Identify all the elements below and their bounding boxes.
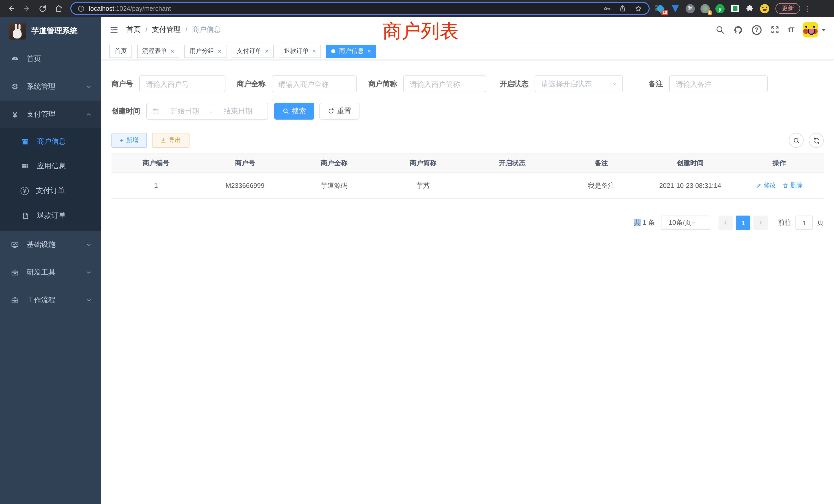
app-logo-row[interactable]: 芋道管理系统 xyxy=(0,17,101,45)
sidebar: 芋道管理系统 首页 ⚙ 系统管理 ¥ 支付 xyxy=(0,17,101,504)
extension-command-icon[interactable]: ⌘ xyxy=(686,4,695,13)
extension-pin-icon[interactable]: 10 xyxy=(656,4,665,13)
filter-label: 商户号 xyxy=(111,79,133,89)
annotation-title: 商户列表 xyxy=(382,19,459,44)
edit-link[interactable]: 修改 xyxy=(756,181,776,190)
tab-pay-order[interactable]: 支付订单× xyxy=(232,44,274,58)
close-icon[interactable]: × xyxy=(265,48,269,54)
page-header: 首页 / 支付管理 / 商户信息 商户列表 ? xyxy=(101,17,834,43)
export-button[interactable]: 导出 xyxy=(152,133,189,148)
sidebar-item-app-info[interactable]: 应用信息 xyxy=(0,154,101,179)
select-placeholder: 请选择开启状态 xyxy=(541,79,612,89)
search-button[interactable]: 搜索 xyxy=(274,102,314,120)
sidebar-item-label: 应用信息 xyxy=(37,162,66,171)
sidebar-item-refund-order[interactable]: 退款订单 xyxy=(0,203,101,228)
filter-status: 开启状态 请选择开启状态 xyxy=(500,75,623,92)
sidebar-item-system[interactable]: ⚙ 系统管理 xyxy=(0,73,101,100)
gear-icon: ⚙ xyxy=(10,82,20,91)
filter-label: 备注 xyxy=(649,79,663,89)
sidebar-item-workflow[interactable]: 工作流程 xyxy=(0,287,101,314)
sidebar-item-infra[interactable]: 基础设施 xyxy=(0,231,101,259)
url-text: localhost:1024/pay/merchant xyxy=(89,5,171,12)
sidebar-item-label: 支付管理 xyxy=(27,110,56,119)
cell-short-name: 芋艿 xyxy=(378,181,467,190)
home-icon[interactable] xyxy=(52,2,65,15)
briefcase-icon xyxy=(10,296,20,304)
reload-icon[interactable] xyxy=(36,2,49,15)
fullscreen-icon[interactable] xyxy=(770,25,780,35)
password-key-icon[interactable] xyxy=(603,4,611,13)
filter-create-time: 创建时间 开始日期 - 结束日期 xyxy=(111,102,268,120)
page-size-select[interactable]: 10条/页 xyxy=(661,215,710,230)
share-icon[interactable] xyxy=(619,5,627,12)
end-date-placeholder: 结束日期 xyxy=(214,107,262,116)
tab-user-group[interactable]: 用户分组× xyxy=(184,44,226,58)
github-icon[interactable] xyxy=(733,25,743,35)
goto-page-input[interactable] xyxy=(795,215,813,230)
extensions-puzzle-icon[interactable] xyxy=(745,4,754,13)
short-name-input[interactable] xyxy=(403,75,486,92)
merchant-no-input[interactable] xyxy=(139,75,225,92)
table-tools xyxy=(789,133,824,148)
back-icon[interactable] xyxy=(4,2,18,15)
help-icon[interactable]: ? xyxy=(752,25,762,35)
user-menu[interactable] xyxy=(803,22,826,38)
chrome-update-button[interactable]: 更新 xyxy=(775,3,800,14)
table-header-row: 商户编号 商户号 商户全称 商户简称 开启状态 备注 创建时间 操作 xyxy=(111,154,824,173)
next-page-icon[interactable] xyxy=(753,215,768,230)
menu-fold-icon[interactable] xyxy=(109,25,118,35)
page-number-1[interactable]: 1 xyxy=(736,215,750,230)
browser-menu-icon[interactable]: ⋮ xyxy=(804,4,811,13)
sidebar-item-merchant-info[interactable]: 商户信息 xyxy=(0,129,101,154)
yen-circle-icon: ¥ xyxy=(21,187,29,195)
breadcrumb-current: 商户信息 xyxy=(192,25,221,35)
breadcrumb-home[interactable]: 首页 xyxy=(126,25,141,35)
tab-process-form[interactable]: 流程表单× xyxy=(137,44,179,58)
chevron-down-icon xyxy=(86,270,92,276)
app-title: 芋道管理系统 xyxy=(31,26,78,36)
remark-input[interactable] xyxy=(669,75,768,92)
sidebar-item-pay-order[interactable]: ¥ 支付订单 xyxy=(0,179,101,203)
plus-icon: + xyxy=(120,137,124,144)
breadcrumb-pay[interactable]: 支付管理 xyxy=(152,25,181,35)
extension-gem-icon[interactable] xyxy=(671,4,680,13)
close-icon[interactable]: × xyxy=(171,48,174,54)
sidebar-item-pay[interactable]: ¥ 支付管理 xyxy=(0,100,101,128)
delete-link[interactable]: 删除 xyxy=(783,181,803,190)
tab-home[interactable]: 首页 xyxy=(109,44,132,58)
sidebar-item-dev-tools[interactable]: 研发工具 xyxy=(0,259,101,287)
reset-button[interactable]: 重置 xyxy=(320,102,359,120)
site-info-icon[interactable] xyxy=(78,5,85,12)
font-size-icon[interactable]: tT xyxy=(788,26,794,34)
extension-y-icon[interactable]: y xyxy=(716,4,725,13)
extensions-row: 10 ⌘ 1 y xyxy=(656,4,769,13)
tags-view-bar: 首页 流程表单× 用户分组× 支付订单× 退款订单× 商户信息× xyxy=(101,43,834,60)
close-icon[interactable]: × xyxy=(312,48,316,54)
tab-merchant-info[interactable]: 商户信息× xyxy=(326,44,376,58)
tab-refund-order[interactable]: 退款订单× xyxy=(279,44,321,58)
close-icon[interactable]: × xyxy=(367,48,371,54)
sidebar-item-home[interactable]: 首页 xyxy=(0,45,101,73)
bookmark-star-icon[interactable] xyxy=(634,4,642,13)
search-icon[interactable] xyxy=(716,25,725,35)
tab-label: 支付订单 xyxy=(237,47,261,55)
address-bar[interactable]: localhost:1024/pay/merchant xyxy=(70,2,650,15)
extension-camo-icon[interactable]: 1 xyxy=(701,4,710,13)
chevron-up-icon xyxy=(86,111,92,117)
avatar xyxy=(803,22,818,38)
date-range-picker[interactable]: 开始日期 - 结束日期 xyxy=(146,102,268,120)
status-select[interactable]: 请选择开启状态 xyxy=(534,75,623,92)
refresh-icon[interactable] xyxy=(809,133,824,148)
add-button[interactable]: + 新增 xyxy=(111,133,147,148)
document-icon xyxy=(21,212,30,220)
prev-page-icon[interactable] xyxy=(719,215,733,230)
extension-emoji-icon[interactable] xyxy=(760,4,769,13)
full-name-input[interactable] xyxy=(272,75,357,92)
col-header: 商户全称 xyxy=(290,159,379,168)
forward-icon[interactable] xyxy=(20,2,34,15)
close-icon[interactable]: × xyxy=(218,48,221,54)
extension-camo-badge: 1 xyxy=(707,10,712,15)
hide-search-icon[interactable] xyxy=(789,133,804,148)
col-header: 商户编号 xyxy=(111,159,200,168)
extension-sheet-icon[interactable] xyxy=(730,4,740,13)
